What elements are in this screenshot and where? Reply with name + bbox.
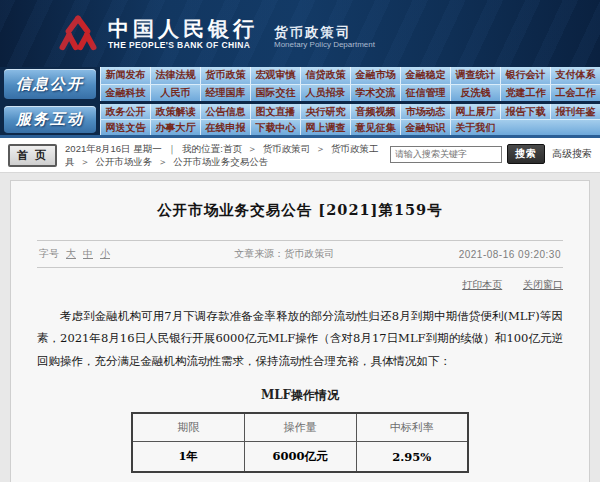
nav-item[interactable]: 金融科技 [100, 85, 150, 102]
print-page-link[interactable]: 打印本页 [462, 279, 502, 290]
table-cell: 6000亿元 [244, 441, 356, 472]
search-button[interactable]: 搜索 [507, 144, 545, 164]
nav-item[interactable]: 征信管理 [400, 85, 450, 102]
nav-item[interactable]: 意见征集 [350, 120, 400, 135]
article-meta: 字号 大 中 小 文章来源：货币政策司 2021-08-16 09:20:30 [37, 240, 563, 268]
font-size-small[interactable]: 小 [100, 247, 110, 261]
search-area: 搜索 高级搜索 [390, 144, 592, 164]
breadcrumb-location: 我的位置:首页 [182, 143, 242, 154]
current-date: 2021年8月16日 星期一 [65, 143, 162, 154]
nav-item[interactable]: 金融稳定 [400, 67, 450, 84]
nav-item[interactable]: 人员招录 [300, 85, 350, 102]
department-name-en: Monetary Policy Department [274, 40, 375, 49]
nav-item[interactable]: 政策解读 [150, 104, 200, 119]
nav-item[interactable]: 金融市场 [350, 67, 400, 84]
font-size-medium[interactable]: 中 [83, 247, 93, 261]
table-row: 1年 6000亿元 2.95% [132, 441, 468, 472]
table-header-row: 期限 操作量 中标利率 [132, 413, 468, 441]
breadcrumb-separator: ＞ [248, 143, 258, 154]
nav-item[interactable]: 公告信息 [200, 104, 250, 119]
nav-section-services: 服务互动 政务公开 政策解读 公告信息 图文直播 央行研究 音频视频 市场动态 … [0, 101, 600, 135]
nav-item[interactable]: 报刊年鉴 [550, 104, 600, 119]
nav-row: 政务公开 政策解读 公告信息 图文直播 央行研究 音频视频 市场动态 网上展厅 … [100, 104, 600, 119]
nav-item[interactable]: 办事大厅 [150, 120, 200, 135]
nav-item[interactable]: 货币政策 [200, 67, 250, 84]
nav-item[interactable]: 反洗钱 [450, 85, 500, 102]
bank-name-cn: 中国人民银行 [108, 18, 258, 40]
breadcrumb-separator: ＞ [80, 156, 90, 167]
department-name-cn: 货币政策司 [274, 25, 375, 40]
nav-item[interactable]: 报告下载 [500, 104, 550, 119]
table-title-mlf: MLF操作情况 [37, 387, 563, 404]
font-size-label: 字号 [39, 247, 59, 261]
breadcrumb: 2021年8月16日 星期一 ｜ 我的位置:首页 ＞ 货币政策司 ＞ 货币政策工… [65, 143, 384, 168]
breadcrumb-link[interactable]: 货币政策司 [263, 143, 311, 154]
nav-item[interactable]: 图文直播 [250, 104, 300, 119]
table-header-cell: 中标利率 [356, 413, 468, 441]
breadcrumb-bar: 首 页 2021年8月16日 星期一 ｜ 我的位置:首页 ＞ 货币政策司 ＞ 货… [0, 138, 600, 173]
nav-item[interactable]: 音频视频 [350, 104, 400, 119]
nav-item[interactable]: 网上调查 [300, 120, 350, 135]
table-cell: 1年 [132, 441, 244, 472]
breadcrumb-link[interactable]: 公开市场业务 [95, 156, 152, 167]
nav-item[interactable]: 信贷政策 [300, 67, 350, 84]
department-block: 货币政策司 Monetary Policy Department [274, 19, 375, 49]
nav-row: 金融科技 人民币 经理国库 国际交往 人员招录 学术交流 征信管理 反洗钱 党建… [100, 84, 600, 102]
nav-item[interactable]: 支付体系 [550, 67, 600, 84]
nav-item[interactable]: 网上展厅 [450, 104, 500, 119]
nav-item[interactable]: 网送文告 [100, 120, 150, 135]
table-cell: 2.95% [356, 441, 468, 472]
nav-item[interactable]: 市场动态 [400, 104, 450, 119]
table-header-cell: 操作量 [244, 413, 356, 441]
nav-item[interactable]: 工会工作 [550, 85, 600, 102]
nav-item[interactable]: 在线申报 [200, 120, 250, 135]
search-input[interactable] [390, 146, 502, 163]
nav-row: 网送文告 办事大厅 在线申报 下载中心 网上调查 意见征集 金融知识 关于我们 [100, 119, 600, 135]
nav-item[interactable]: 政务公开 [100, 104, 150, 119]
nav-item[interactable]: 学术交流 [350, 85, 400, 102]
nav-row: 新闻发布 法律法规 货币政策 宏观审慎 信贷政策 金融市场 金融稳定 调查统计 … [100, 67, 600, 84]
bank-name-en: THE PEOPLE'S BANK OF CHINA [108, 40, 258, 50]
breadcrumb-separator: ＞ [316, 143, 326, 154]
table-header-cell: 期限 [132, 413, 244, 441]
nav-item[interactable]: 关于我们 [450, 120, 500, 135]
content-area: 公开市场业务交易公告 [2021]第159号 字号 大 中 小 文章来源：货币政… [0, 173, 600, 482]
nav-item[interactable]: 银行会计 [500, 67, 550, 84]
home-button[interactable]: 首 页 [8, 144, 57, 167]
mlf-operations-table: 期限 操作量 中标利率 1年 6000亿元 2.95% [131, 412, 469, 473]
article-source: 文章来源：货币政策司 [110, 247, 459, 261]
advanced-search-link[interactable]: 高级搜索 [552, 147, 592, 161]
nav-item[interactable]: 金融知识 [400, 120, 450, 135]
nav-section-label-info[interactable]: 信息公开 [4, 69, 96, 99]
nav-item[interactable]: 法律法规 [150, 67, 200, 84]
nav-item[interactable]: 国际交往 [250, 85, 300, 102]
breadcrumb-separator: ＞ [158, 156, 168, 167]
nav-item[interactable]: 宏观审慎 [250, 67, 300, 84]
page-title: 公开市场业务交易公告 [2021]第159号 [37, 201, 563, 220]
nav-item[interactable]: 央行研究 [300, 104, 350, 119]
close-window-link[interactable]: 关闭窗口 [523, 279, 563, 290]
article-datetime: 2021-08-16 09:20:30 [459, 249, 561, 260]
pboc-logo-icon [58, 14, 98, 54]
nav-item[interactable]: 调查统计 [450, 67, 500, 84]
nav-item[interactable]: 新闻发布 [100, 67, 150, 84]
nav-item[interactable]: 下载中心 [250, 120, 300, 135]
article-body: 考虑到金融机构可用7月下调存款准备金率释放的部分流动性归还8月到期中期借贷便利(… [37, 305, 563, 372]
nav-section-info-disclosure: 信息公开 新闻发布 法律法规 货币政策 宏观审慎 信贷政策 金融市场 金融稳定 … [0, 67, 600, 101]
article-panel: 公开市场业务交易公告 [2021]第159号 字号 大 中 小 文章来源：货币政… [10, 180, 590, 482]
nav-item[interactable]: 党建工作 [500, 85, 550, 102]
site-header: 中国人民银行 THE PEOPLE'S BANK OF CHINA 货币政策司 … [0, 0, 600, 67]
bank-name-block: 中国人民银行 THE PEOPLE'S BANK OF CHINA [108, 18, 258, 50]
nav-label-col: 信息公开 [0, 67, 100, 101]
pipe-separator: ｜ [167, 143, 176, 154]
nav-label-col: 服务互动 [0, 104, 100, 135]
main-navigation: 信息公开 新闻发布 法律法规 货币政策 宏观审慎 信贷政策 金融市场 金融稳定 … [0, 67, 600, 138]
nav-item[interactable]: 人民币 [150, 85, 200, 102]
nav-item[interactable]: 经理国库 [200, 85, 250, 102]
font-size-large[interactable]: 大 [66, 247, 76, 261]
article-actions: 打印本页 关闭窗口 [37, 278, 563, 292]
nav-section-label-services[interactable]: 服务互动 [4, 106, 96, 133]
breadcrumb-link[interactable]: 公开市场业务交易公告 [173, 156, 268, 167]
